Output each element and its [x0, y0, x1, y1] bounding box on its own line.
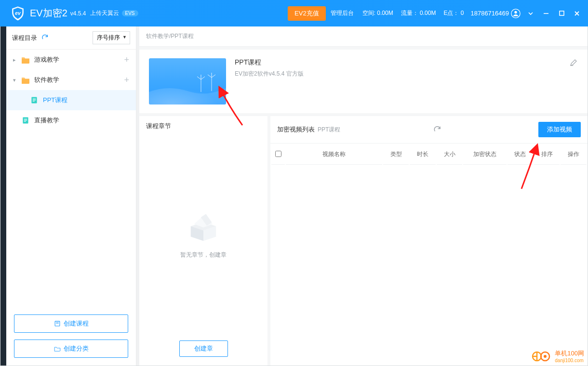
breadcrumb: 软件教学/PPT课程 [139, 26, 588, 47]
course-title: PPT课程 [235, 58, 304, 67]
chapter-empty-text: 暂无章节，创建章 [180, 251, 227, 259]
tree-label: 直播教学 [34, 116, 59, 125]
col-order: 排序 [534, 144, 560, 165]
course-card: PPT课程 EV加密2软件v4.5.4 官方版 [139, 50, 588, 113]
add-icon[interactable]: + [124, 55, 129, 65]
svg-rect-9 [24, 119, 27, 119]
traffic-stat: 流量： 0.00M [401, 9, 436, 17]
course-thumbnail [149, 58, 226, 105]
upload-hint[interactable]: 上传天翼云 [90, 9, 119, 17]
sidebar: 课程目录 序号排序 ▸ 游戏教学 + ▾ 软件教学 + PPT课程 [6, 26, 136, 366]
edit-icon[interactable] [569, 58, 578, 69]
epoint-stat: E点： 0 [443, 9, 464, 17]
app-version: v4.5.4 [70, 10, 86, 17]
chapter-panel: 课程章节 暂无章节，创建章 创建章 [139, 116, 267, 366]
chapter-panel-header: 课程章节 [139, 116, 267, 136]
evs-badge: EVS [122, 10, 138, 16]
svg-point-2 [514, 11, 517, 13]
col-type: 类型 [383, 144, 409, 165]
svg-line-20 [208, 75, 212, 78]
svg-rect-10 [24, 120, 27, 120]
video-panel-title: 加密视频列表 [277, 125, 315, 134]
app-logo-icon: ev [10, 5, 26, 22]
sort-select[interactable]: 序号排序 [93, 31, 130, 44]
course-tree: ▸ 游戏教学 + ▾ 软件教学 + PPT课程 直播教学 [6, 50, 136, 307]
main-area: 软件教学/PPT课程 PPT课程 EV加密2软件v4.5.4 官方版 [139, 26, 588, 366]
maximize-button[interactable] [556, 8, 567, 19]
svg-line-21 [212, 75, 215, 78]
watermark-logo-icon [532, 350, 553, 363]
chapter-panel-body: 暂无章节，创建章 [139, 136, 267, 334]
tree-item-game[interactable]: ▸ 游戏教学 + [6, 50, 136, 70]
chevron-down-icon: ▾ [13, 77, 20, 83]
chevron-right-icon: ▸ [13, 57, 20, 63]
svg-text:ev: ev [15, 11, 21, 16]
refresh-icon[interactable] [41, 33, 49, 43]
video-panel-subtitle: PPT课程 [318, 126, 340, 134]
create-course-label: 创建课程 [64, 319, 89, 328]
empty-box-icon [182, 211, 225, 245]
col-checkbox[interactable] [271, 144, 285, 165]
tree-item-live[interactable]: 直播教学 [6, 110, 136, 131]
course-info: PPT课程 EV加密2软件v4.5.4 官方版 [235, 58, 304, 78]
select-all-checkbox[interactable] [275, 151, 281, 157]
watermark: 单机100网 danji100.com [532, 349, 584, 363]
video-table-empty [270, 166, 588, 366]
watermark-domain: danji100.com [555, 358, 584, 363]
refresh-videos-icon[interactable] [433, 125, 441, 135]
create-course-button[interactable]: 创建课程 [14, 314, 128, 333]
admin-link[interactable]: 管理后台 [331, 9, 354, 17]
left-rail [0, 26, 6, 366]
folder-icon [21, 56, 30, 64]
folder-icon [21, 76, 30, 84]
minimize-button[interactable] [541, 8, 551, 19]
svg-line-18 [201, 77, 205, 79]
dropdown-icon[interactable] [525, 8, 536, 19]
tree-item-software[interactable]: ▾ 软件教学 + [6, 70, 136, 90]
sidebar-footer: 创建课程 创建分类 [6, 307, 136, 366]
svg-rect-13 [56, 322, 59, 323]
course-subtitle: EV加密2软件v4.5.4 官方版 [235, 70, 304, 78]
sidebar-title: 课程目录 [12, 34, 37, 42]
svg-rect-11 [24, 121, 26, 122]
col-size: 大小 [437, 144, 462, 165]
svg-point-30 [544, 355, 547, 358]
video-panel: 加密视频列表 PPT课程 添加视频 视频名称 类型 时长 大小 加密状态 [270, 116, 588, 366]
user-icon[interactable] [511, 9, 521, 18]
titlebar: ev EV加密2 v4.5.4 上传天翼云 EVS EV2充值 管理后台 空间:… [0, 0, 588, 26]
split-panels: 课程章节 暂无章节，创建章 创建章 加密视频列表 [139, 116, 588, 366]
tree-label: PPT课程 [43, 96, 67, 105]
account-phone[interactable]: 18786716469 [470, 10, 509, 17]
create-category-button[interactable]: 创建分类 [14, 340, 128, 358]
col-actions: 操作 [561, 144, 587, 165]
watermark-name: 单机100网 [555, 350, 584, 357]
app-title: EV加密2 [30, 7, 67, 20]
chapter-panel-title: 课程章节 [146, 122, 171, 131]
course-icon [54, 320, 61, 327]
tree-label: 游戏教学 [34, 55, 59, 64]
app-body: 课程目录 序号排序 ▸ 游戏教学 + ▾ 软件教学 + PPT课程 [0, 26, 588, 366]
col-duration: 时长 [410, 144, 435, 165]
svg-line-17 [197, 77, 201, 79]
create-chapter-button[interactable]: 创建章 [179, 340, 228, 357]
create-category-label: 创建分类 [64, 344, 89, 353]
folder-outline-icon [54, 345, 61, 352]
document-icon [29, 96, 39, 104]
col-encrypt-status: 加密状态 [463, 144, 506, 165]
video-table: 视频名称 类型 时长 大小 加密状态 状态 排序 操作 [270, 143, 588, 166]
svg-rect-3 [560, 11, 564, 15]
add-video-button[interactable]: 添加视频 [538, 122, 581, 137]
document-icon [21, 117, 30, 124]
svg-rect-6 [33, 100, 36, 100]
add-icon[interactable]: + [124, 75, 129, 85]
tree-item-ppt[interactable]: PPT课程 [6, 90, 136, 110]
close-button[interactable] [572, 8, 582, 19]
svg-rect-7 [33, 101, 35, 102]
space-stat: 空间: 0.00M [362, 9, 393, 17]
recharge-button[interactable]: EV2充值 [288, 6, 326, 21]
video-panel-header: 加密视频列表 PPT课程 添加视频 [270, 116, 588, 143]
col-name: 视频名称 [286, 144, 382, 165]
video-table-header-row: 视频名称 类型 时长 大小 加密状态 状态 排序 操作 [271, 144, 587, 165]
col-status: 状态 [508, 144, 533, 165]
svg-rect-14 [56, 323, 59, 324]
